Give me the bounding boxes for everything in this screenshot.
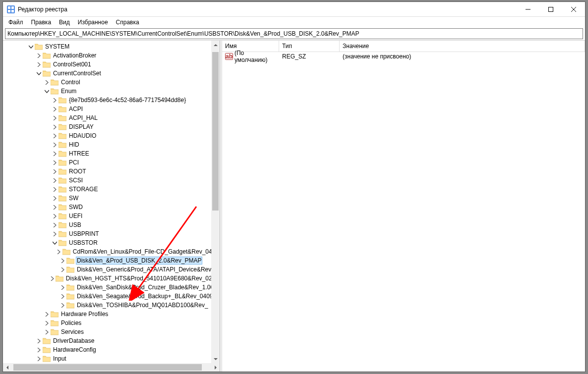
expand-icon[interactable] <box>51 194 59 202</box>
tree-node[interactable]: Policies <box>3 319 220 327</box>
tree-node[interactable]: HDAUDIO <box>3 131 220 140</box>
tree-node[interactable]: HID <box>3 140 220 149</box>
vscroll-track[interactable] <box>211 49 220 355</box>
tree-node[interactable]: {8e7bd593-6e6c-4c52-86a6-77175494dd8e} <box>3 96 220 105</box>
scroll-down-button[interactable] <box>211 355 220 363</box>
hscroll-track[interactable] <box>11 363 211 372</box>
column-type[interactable]: Тип <box>279 41 340 52</box>
tree-node[interactable]: Hardware Profiles <box>3 310 220 319</box>
expand-icon[interactable] <box>35 346 43 354</box>
tree-node[interactable]: Input <box>3 354 220 363</box>
tree-node[interactable]: Disk&Ven_HGST_HTS&Prod_541010A9E680&Rev_… <box>3 274 220 283</box>
expand-icon[interactable] <box>35 60 43 68</box>
expand-icon[interactable] <box>35 52 43 59</box>
expand-icon[interactable] <box>51 141 59 149</box>
tree-node[interactable]: HardwareConfig <box>3 345 220 354</box>
expand-icon[interactable] <box>59 257 66 265</box>
maximize-button[interactable] <box>539 2 562 17</box>
tree-node[interactable]: Disk&Ven_TOSHIBA&Prod_MQ01ABD100&Rev_ <box>3 301 220 310</box>
expand-icon[interactable] <box>35 337 43 345</box>
expand-icon[interactable] <box>59 266 66 273</box>
expand-icon[interactable] <box>51 105 59 113</box>
tree-node[interactable]: Disk&Ven_Seagate&Prod_Backup+_BL&Rev_040… <box>3 292 220 301</box>
menu-help[interactable]: Справка <box>113 18 143 27</box>
expand-icon[interactable] <box>51 123 59 131</box>
expand-icon[interactable] <box>51 212 59 220</box>
expand-icon[interactable] <box>51 185 59 193</box>
expand-icon[interactable] <box>51 96 59 104</box>
address-bar[interactable]: Компьютер\HKEY_LOCAL_MACHINE\SYSTEM\Curr… <box>5 28 583 39</box>
tree-usbstor[interactable]: USBSTOR <box>3 238 220 247</box>
expand-icon[interactable] <box>51 176 59 184</box>
expand-icon[interactable] <box>51 203 59 211</box>
tree-node[interactable]: STORAGE <box>3 185 220 194</box>
tree-node[interactable]: USBPRINT <box>3 229 220 238</box>
tree-node[interactable]: ROOT <box>3 167 220 176</box>
close-button[interactable] <box>562 2 585 17</box>
minimize-button[interactable] <box>517 2 539 17</box>
tree-node[interactable]: Disk&Ven_Generic&Prod_ATA/ATAPI_Device&R… <box>3 265 220 274</box>
collapse-icon[interactable] <box>35 69 43 77</box>
expand-icon[interactable] <box>51 167 59 175</box>
scroll-up-button[interactable] <box>211 41 220 49</box>
registry-tree[interactable]: SYSTEMActivationBrokerControlSet001Curre… <box>3 41 220 365</box>
collapse-icon[interactable] <box>43 87 51 95</box>
expand-icon[interactable] <box>35 355 43 363</box>
tree-node[interactable]: PCI <box>3 158 220 167</box>
tree-node[interactable]: Disk&Ven_SanDisk&Prod_Cruzer_Blade&Rev_1… <box>3 283 220 292</box>
menu-favorites[interactable]: Избранное <box>74 18 112 27</box>
scroll-right-button[interactable] <box>211 363 220 372</box>
tree-vscrollbar[interactable] <box>211 41 220 363</box>
expand-icon[interactable] <box>55 248 62 256</box>
expand-icon[interactable] <box>51 159 59 166</box>
expand-icon[interactable] <box>49 274 56 282</box>
expand-icon[interactable] <box>43 319 51 327</box>
tree-node[interactable]: ControlSet001 <box>3 60 220 69</box>
scroll-left-button[interactable] <box>3 363 11 372</box>
tree-label: HID <box>68 141 80 149</box>
collapse-icon[interactable] <box>51 239 59 247</box>
tree-system[interactable]: SYSTEM <box>3 42 220 51</box>
column-value[interactable]: Значение <box>340 41 585 52</box>
expand-icon[interactable] <box>43 328 51 336</box>
tree-enum[interactable]: Enum <box>3 87 220 96</box>
expand-icon[interactable] <box>51 150 59 158</box>
expand-icon[interactable] <box>51 230 59 238</box>
list-row[interactable]: (По умолчанию) REG_SZ (значение не присв… <box>222 52 585 61</box>
tree-node[interactable]: UEFI <box>3 212 220 220</box>
expand-icon[interactable] <box>43 78 51 86</box>
tree-node[interactable]: Control <box>3 78 220 87</box>
vscroll-thumb[interactable] <box>212 52 219 211</box>
tree-hscrollbar[interactable] <box>3 363 220 372</box>
tree-currentcontrolset[interactable]: CurrentControlSet <box>3 69 220 78</box>
folder-icon <box>43 337 51 345</box>
collapse-icon[interactable] <box>27 43 35 51</box>
list-body[interactable]: (По умолчанию) REG_SZ (значение не присв… <box>222 52 585 372</box>
expand-icon[interactable] <box>59 283 66 291</box>
expand-icon[interactable] <box>59 292 66 300</box>
menu-edit[interactable]: Правка <box>28 18 55 27</box>
hscroll-thumb[interactable] <box>13 364 202 371</box>
tree-node[interactable]: CdRom&Ven_Linux&Prod_File-CD_Gadget&Rev_… <box>3 247 220 256</box>
tree-selected[interactable]: Disk&Ven_&Prod_USB_DISK_2.0&Rev_PMAP <box>3 256 220 265</box>
svg-rect-7 <box>549 7 553 11</box>
expand-icon[interactable] <box>51 221 59 229</box>
menu-file[interactable]: Файл <box>5 18 27 27</box>
expand-icon[interactable] <box>51 114 59 122</box>
tree-node[interactable]: ActivationBroker <box>3 51 220 60</box>
tree-node[interactable]: HTREE <box>3 149 220 158</box>
tree-node[interactable]: ACPI <box>3 105 220 113</box>
tree-node[interactable]: SW <box>3 194 220 203</box>
menu-view[interactable]: Вид <box>56 18 73 27</box>
expand-icon[interactable] <box>51 132 59 140</box>
expand-icon[interactable] <box>59 301 66 309</box>
tree-node[interactable]: USB <box>3 220 220 229</box>
tree-node[interactable]: SWD <box>3 203 220 212</box>
tree-node[interactable]: ACPI_HAL <box>3 113 220 122</box>
tree-node[interactable]: SCSI <box>3 176 220 185</box>
folder-icon <box>66 266 74 273</box>
expand-icon[interactable] <box>43 310 51 318</box>
tree-node[interactable]: DISPLAY <box>3 122 220 131</box>
tree-node[interactable]: Services <box>3 327 220 336</box>
tree-node[interactable]: DriverDatabase <box>3 336 220 345</box>
